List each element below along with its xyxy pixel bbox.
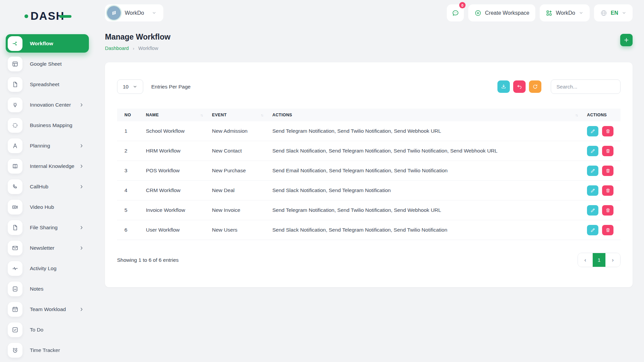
check-square-icon — [8, 322, 22, 337]
table-body: 1School WorkflowNew AdmissionSend Telegr… — [117, 121, 621, 240]
cell-row-actions — [587, 126, 621, 136]
dash-logo: DASH — [24, 9, 97, 23]
cell-no: 2 — [124, 148, 146, 154]
refresh-button[interactable] — [529, 80, 541, 93]
breadcrumb-current: Workflow — [138, 46, 158, 51]
messages-badge: 0 — [459, 2, 466, 8]
delete-button[interactable] — [602, 146, 613, 156]
language-label: EN — [611, 10, 618, 16]
sidebar-item-time-tracker[interactable]: Time Tracker — [6, 341, 89, 359]
cell-no: 5 — [124, 207, 146, 213]
calendar-icon — [8, 302, 22, 317]
table-toolbar: 10 Entries Per Page — [117, 79, 621, 94]
sidebar: DASH WorkflowGoogle SheetSpreadsheetInno… — [0, 0, 97, 362]
workflow-table: NO NAME↑↓ EVENT↑↓ ACTIONS↑↓ ACTIONS 1Sch… — [117, 109, 621, 240]
previous-page-button[interactable]: ‹ — [578, 253, 593, 267]
sidebar-item-label: Workflow — [30, 41, 53, 47]
sidebar-item-label: File Sharing — [30, 225, 58, 231]
sidebar-item-planning[interactable]: Planning — [6, 136, 89, 155]
delete-button[interactable] — [602, 126, 613, 136]
cell-actions: Send Email Notification, Send Telegram N… — [272, 168, 587, 174]
header-actions: ACTIONS↑↓ — [272, 113, 587, 117]
entries-per-page-select[interactable]: 10 — [117, 79, 143, 94]
sidebar-item-workflow[interactable]: Workflow — [6, 34, 89, 53]
export-button[interactable] — [497, 80, 510, 93]
entries-per-page-label: Entries Per Page — [151, 84, 191, 90]
sidebar-item-internal-knowledge[interactable]: Internal Knowledge — [6, 157, 89, 175]
logo-dash — [59, 15, 71, 18]
sidebar-item-label: Activity Log — [30, 265, 56, 272]
workspace-selector[interactable]: WorkDo — [105, 4, 163, 21]
notepad-icon — [8, 282, 22, 296]
sort-icon[interactable]: ↑↓ — [200, 113, 203, 117]
edit-button[interactable] — [587, 166, 598, 176]
sidebar-item-label: Spreadsheet — [30, 81, 59, 87]
edit-button[interactable] — [587, 185, 598, 196]
delete-button[interactable] — [602, 185, 613, 196]
apps-menu[interactable]: WorkDo — [540, 4, 590, 21]
edit-button[interactable] — [587, 225, 598, 235]
sort-icon[interactable]: ↑↓ — [575, 113, 578, 117]
edit-button[interactable] — [587, 205, 598, 216]
sidebar-item-spreadsheet[interactable]: Spreadsheet — [6, 75, 89, 94]
undo-icon — [516, 83, 523, 90]
reset-button[interactable] — [513, 80, 526, 93]
sidebar-item-label: Innovation Center — [30, 102, 71, 108]
logo-dot — [24, 14, 28, 18]
delete-button[interactable] — [602, 166, 613, 176]
add-workflow-button[interactable] — [620, 34, 633, 46]
cell-row-actions — [587, 185, 621, 196]
sort-icon[interactable]: ↑↓ — [261, 113, 263, 117]
chevron-right-icon — [79, 143, 84, 148]
sidebar-item-notes[interactable]: Notes — [6, 280, 89, 298]
create-workspace-button[interactable]: Create Workspace — [468, 4, 535, 21]
sidebar-item-video-hub[interactable]: Video Hub — [6, 198, 89, 216]
current-page-button[interactable]: 1 — [593, 253, 605, 267]
topbar: WorkDo 0 Create Workspace WorkDo EN — [105, 4, 633, 21]
cell-row-actions — [587, 166, 621, 176]
sidebar-item-google-sheet[interactable]: Google Sheet — [6, 55, 89, 73]
trash-icon — [605, 148, 611, 154]
sidebar-item-to-do[interactable]: To Do — [6, 320, 89, 339]
sidebar-item-activity-log[interactable]: Activity Log — [6, 259, 89, 278]
breadcrumb-dashboard-link[interactable]: Dashboard — [105, 46, 129, 51]
open-book-icon — [8, 159, 22, 174]
language-menu[interactable]: EN — [594, 4, 633, 21]
trash-icon — [605, 227, 611, 233]
table-row: 3POS WorkflowNew PurchaseSend Email Noti… — [117, 161, 621, 181]
pencil-icon — [590, 227, 596, 233]
delete-button[interactable] — [602, 225, 613, 235]
next-page-button[interactable]: › — [605, 253, 620, 267]
delete-button[interactable] — [602, 205, 613, 216]
building-icon — [110, 9, 118, 17]
edit-button[interactable] — [587, 146, 598, 156]
sidebar-item-business-mapping[interactable]: Business Mapping — [6, 116, 89, 134]
sidebar-item-team-workload[interactable]: Team Workload — [6, 300, 89, 318]
sidebar-item-callhub[interactable]: CallHub — [6, 177, 89, 196]
messages-button[interactable]: 0 — [447, 4, 464, 21]
cell-name: CRM Workflow — [146, 187, 212, 193]
sidebar-item-label: Team Workload — [30, 306, 66, 312]
cell-no: 3 — [124, 168, 146, 174]
cell-actions: Send Slack Notification, Send Telegram N… — [272, 227, 587, 233]
sidebar-item-label: Time Tracker — [30, 347, 60, 353]
sidebar-item-innovation-center[interactable]: Innovation Center — [6, 96, 89, 114]
cell-no: 4 — [124, 187, 146, 193]
search-input[interactable] — [551, 79, 621, 94]
sidebar-item-label: Newsletter — [30, 245, 54, 251]
sidebar-item-newsletter[interactable]: Newsletter — [6, 239, 89, 257]
entries-value: 10 — [123, 84, 128, 90]
trash-icon — [605, 128, 611, 134]
cell-event: New Purchase — [212, 168, 272, 174]
sidebar-item-label: To Do — [30, 327, 44, 333]
sidebar-item-label: Notes — [30, 286, 44, 292]
sidebar-item-file-sharing[interactable]: File Sharing — [6, 218, 89, 237]
chevron-right-icon — [79, 245, 84, 251]
phone-icon — [8, 179, 22, 194]
circle-plus-icon — [474, 9, 482, 17]
globe-icon — [600, 9, 607, 17]
cell-name: User Workflow — [146, 227, 212, 233]
edit-button[interactable] — [587, 126, 598, 136]
cell-row-actions — [587, 205, 621, 216]
pagination: ‹ 1 › — [578, 253, 621, 267]
